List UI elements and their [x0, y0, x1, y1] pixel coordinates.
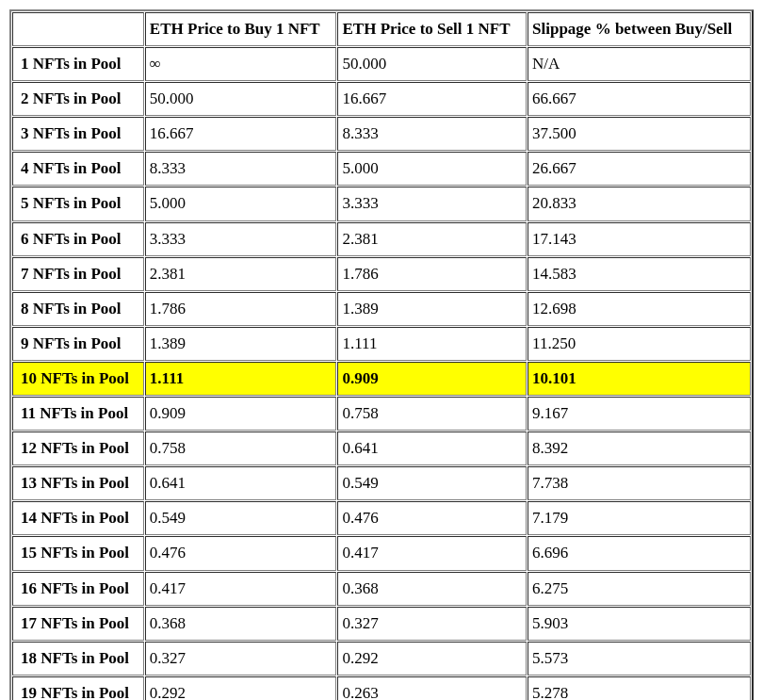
- row-label: 9 NFTs in Pool: [12, 327, 144, 361]
- cell-slippage: 5.278: [528, 676, 751, 700]
- row-label: 3 NFTs in Pool: [12, 117, 144, 151]
- cell-slippage: 8.392: [528, 431, 751, 465]
- cell-sell: 0.327: [337, 607, 527, 641]
- table-row: 10 NFTs in Pool1.1110.90910.101: [12, 362, 751, 396]
- table-row: 4 NFTs in Pool8.3335.00026.667: [12, 152, 751, 186]
- row-label: 15 NFTs in Pool: [12, 536, 144, 570]
- cell-sell: 0.758: [337, 397, 527, 431]
- cell-buy: 0.292: [145, 676, 337, 700]
- cell-buy: 50.000: [145, 82, 337, 116]
- header-sell: ETH Price to Sell 1 NFT: [337, 12, 527, 46]
- row-label: 14 NFTs in Pool: [12, 501, 144, 535]
- table-row: 8 NFTs in Pool1.7861.38912.698: [12, 292, 751, 326]
- table-row: 6 NFTs in Pool3.3332.38117.143: [12, 222, 751, 256]
- cell-sell: 8.333: [337, 117, 527, 151]
- cell-sell: 0.476: [337, 501, 527, 535]
- row-label: 5 NFTs in Pool: [12, 187, 144, 220]
- table-row: 11 NFTs in Pool0.9090.7589.167: [12, 397, 751, 431]
- row-label: 4 NFTs in Pool: [12, 152, 144, 186]
- cell-sell: 1.389: [337, 292, 527, 326]
- cell-buy: 2.381: [145, 257, 337, 291]
- cell-slippage: 37.500: [528, 117, 751, 151]
- table-row: 18 NFTs in Pool0.3270.2925.573: [12, 642, 751, 676]
- cell-slippage: 7.179: [528, 501, 751, 535]
- cell-sell: 16.667: [337, 82, 527, 116]
- row-label: 11 NFTs in Pool: [12, 397, 144, 431]
- row-label: 12 NFTs in Pool: [12, 431, 144, 465]
- cell-slippage: 14.583: [528, 257, 751, 291]
- cell-slippage: 6.275: [528, 572, 751, 606]
- table-row: 19 NFTs in Pool0.2920.2635.278: [12, 676, 751, 700]
- cell-buy: 0.549: [145, 501, 337, 535]
- cell-sell: 0.641: [337, 431, 527, 465]
- cell-sell: 1.786: [337, 257, 527, 291]
- table-row: 9 NFTs in Pool1.3891.11111.250: [12, 327, 751, 361]
- cell-sell: 2.381: [337, 222, 527, 256]
- cell-buy: 0.327: [145, 642, 337, 676]
- cell-slippage: 66.667: [528, 82, 751, 116]
- cell-buy: 1.111: [145, 362, 337, 396]
- table-row: 3 NFTs in Pool16.6678.33337.500: [12, 117, 751, 151]
- cell-slippage: 12.698: [528, 292, 751, 326]
- cell-buy: ∞: [145, 47, 337, 81]
- row-label: 1 NFTs in Pool: [12, 47, 144, 81]
- table-row: 13 NFTs in Pool0.6410.5497.738: [12, 466, 751, 500]
- cell-sell: 1.111: [337, 327, 527, 361]
- table-row: 12 NFTs in Pool0.7580.6418.392: [12, 431, 751, 465]
- table-body: 1 NFTs in Pool∞50.000N/A2 NFTs in Pool50…: [12, 47, 751, 700]
- cell-sell: 0.263: [337, 676, 527, 700]
- cell-buy: 0.909: [145, 397, 337, 431]
- cell-slippage: 26.667: [528, 152, 751, 186]
- cell-buy: 0.368: [145, 607, 337, 641]
- cell-buy: 3.333: [145, 222, 337, 256]
- row-label: 10 NFTs in Pool: [12, 362, 144, 396]
- cell-slippage: N/A: [528, 47, 751, 81]
- row-label: 16 NFTs in Pool: [12, 572, 144, 606]
- cell-sell: 0.368: [337, 572, 527, 606]
- cell-slippage: 6.696: [528, 536, 751, 570]
- header-slippage: Slippage % between Buy/Sell: [528, 12, 751, 46]
- cell-buy: 0.758: [145, 431, 337, 465]
- cell-buy: 0.476: [145, 536, 337, 570]
- table-row: 1 NFTs in Pool∞50.000N/A: [12, 47, 751, 81]
- cell-slippage: 7.738: [528, 466, 751, 500]
- cell-slippage: 17.143: [528, 222, 751, 256]
- table-row: 7 NFTs in Pool2.3811.78614.583: [12, 257, 751, 291]
- pricing-table: ETH Price to Buy 1 NFT ETH Price to Sell…: [9, 9, 754, 700]
- row-label: 19 NFTs in Pool: [12, 676, 144, 700]
- cell-buy: 0.641: [145, 466, 337, 500]
- cell-slippage: 9.167: [528, 397, 751, 431]
- cell-sell: 50.000: [337, 47, 527, 81]
- header-buy: ETH Price to Buy 1 NFT: [145, 12, 337, 46]
- cell-buy: 5.000: [145, 187, 337, 220]
- cell-buy: 0.417: [145, 572, 337, 606]
- cell-sell: 5.000: [337, 152, 527, 186]
- table-row: 15 NFTs in Pool0.4760.4176.696: [12, 536, 751, 570]
- header-corner: [12, 12, 144, 46]
- row-label: 2 NFTs in Pool: [12, 82, 144, 116]
- cell-sell: 3.333: [337, 187, 527, 220]
- cell-sell: 0.417: [337, 536, 527, 570]
- row-label: 17 NFTs in Pool: [12, 607, 144, 641]
- row-label: 7 NFTs in Pool: [12, 257, 144, 291]
- cell-sell: 0.549: [337, 466, 527, 500]
- cell-buy: 16.667: [145, 117, 337, 151]
- row-label: 18 NFTs in Pool: [12, 642, 144, 676]
- cell-buy: 1.786: [145, 292, 337, 326]
- table-row: 2 NFTs in Pool50.00016.66766.667: [12, 82, 751, 116]
- cell-slippage: 11.250: [528, 327, 751, 361]
- cell-slippage: 10.101: [528, 362, 751, 396]
- table-header-row: ETH Price to Buy 1 NFT ETH Price to Sell…: [12, 12, 751, 46]
- cell-slippage: 20.833: [528, 187, 751, 220]
- cell-sell: 0.292: [337, 642, 527, 676]
- table-row: 16 NFTs in Pool0.4170.3686.275: [12, 572, 751, 606]
- cell-sell: 0.909: [337, 362, 527, 396]
- row-label: 13 NFTs in Pool: [12, 466, 144, 500]
- row-label: 6 NFTs in Pool: [12, 222, 144, 256]
- cell-buy: 1.389: [145, 327, 337, 361]
- cell-slippage: 5.903: [528, 607, 751, 641]
- table-row: 17 NFTs in Pool0.3680.3275.903: [12, 607, 751, 641]
- cell-slippage: 5.573: [528, 642, 751, 676]
- row-label: 8 NFTs in Pool: [12, 292, 144, 326]
- cell-buy: 8.333: [145, 152, 337, 186]
